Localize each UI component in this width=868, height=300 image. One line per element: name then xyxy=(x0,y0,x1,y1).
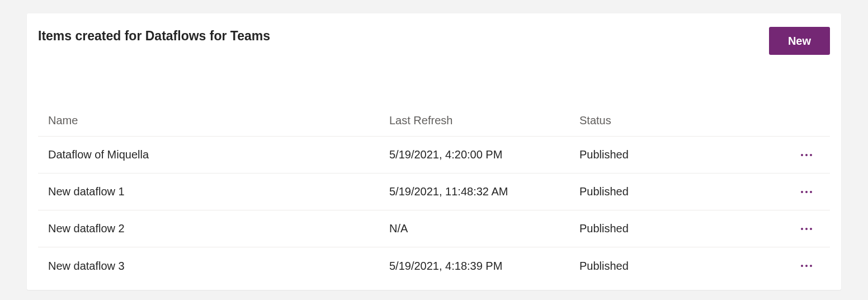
cell-name: Dataflow of Miquella xyxy=(48,148,389,161)
cell-last-refresh: 5/19/2021, 4:18:39 PM xyxy=(389,260,579,273)
more-options-button[interactable] xyxy=(798,260,815,271)
table-header-row: Name Last Refresh Status xyxy=(38,105,830,137)
items-table: Name Last Refresh Status Dataflow of Miq… xyxy=(38,105,830,284)
table-row[interactable]: Dataflow of Miquella 5/19/2021, 4:20:00 … xyxy=(38,137,830,174)
cell-status: Published xyxy=(579,260,770,273)
column-header-name[interactable]: Name xyxy=(48,114,389,127)
table-row[interactable]: New dataflow 3 5/19/2021, 4:18:39 PM Pub… xyxy=(38,247,830,284)
cell-name: New dataflow 2 xyxy=(48,222,389,235)
cell-last-refresh: 5/19/2021, 4:20:00 PM xyxy=(389,148,579,161)
column-header-last-refresh[interactable]: Last Refresh xyxy=(389,114,579,127)
table-row[interactable]: New dataflow 2 N/A Published xyxy=(38,210,830,247)
card-header: Items created for Dataflows for Teams Ne… xyxy=(38,27,830,55)
cell-last-refresh: 5/19/2021, 11:48:32 AM xyxy=(389,185,579,198)
page-title: Items created for Dataflows for Teams xyxy=(38,27,270,45)
cell-name: New dataflow 3 xyxy=(48,260,389,273)
cell-actions xyxy=(770,149,820,161)
cell-status: Published xyxy=(579,222,770,235)
cell-last-refresh: N/A xyxy=(389,222,579,235)
table-row[interactable]: New dataflow 1 5/19/2021, 11:48:32 AM Pu… xyxy=(38,174,830,210)
new-button[interactable]: New xyxy=(769,27,830,55)
cell-actions xyxy=(770,223,820,235)
more-horizontal-icon xyxy=(801,265,812,267)
card: Items created for Dataflows for Teams Ne… xyxy=(27,13,841,290)
cell-actions xyxy=(770,186,820,198)
more-options-button[interactable] xyxy=(798,223,815,235)
more-options-button[interactable] xyxy=(798,186,815,198)
column-header-status[interactable]: Status xyxy=(579,114,770,127)
more-horizontal-icon xyxy=(801,228,812,230)
cell-status: Published xyxy=(579,185,770,198)
more-horizontal-icon xyxy=(801,191,812,193)
cell-name: New dataflow 1 xyxy=(48,185,389,198)
more-options-button[interactable] xyxy=(798,149,815,161)
cell-status: Published xyxy=(579,148,770,161)
cell-actions xyxy=(770,260,820,271)
more-horizontal-icon xyxy=(801,154,812,156)
